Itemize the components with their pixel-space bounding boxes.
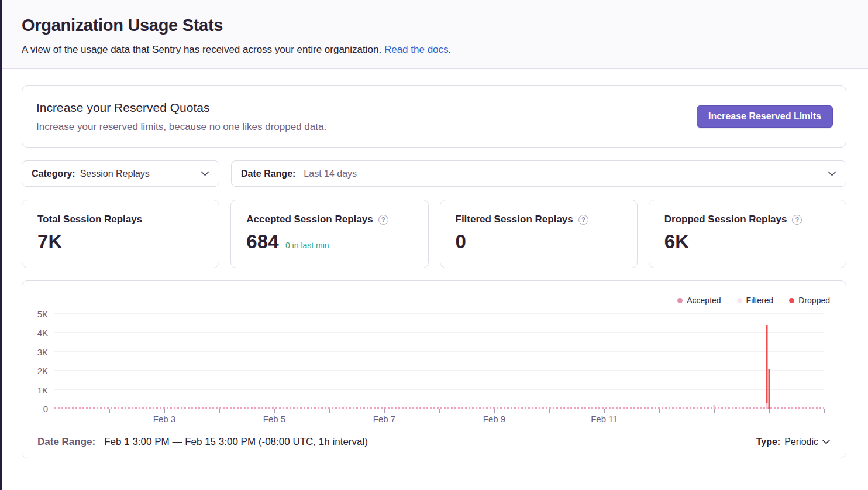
x-axis-label: Feb 3 [153, 414, 175, 424]
type-label: Type: [756, 437, 780, 447]
legend-dot-filtered [737, 298, 742, 303]
stat-card-accepted: Accepted Session Replays ? 684 0 in last… [230, 200, 428, 268]
x-axis-tick [384, 409, 385, 413]
chart-legend: Accepted Filtered Dropped [22, 281, 846, 305]
quota-description: Increase your reserved limits, because n… [36, 121, 326, 133]
footer-date-range-label: Date Range: [37, 436, 95, 448]
bar-accepted [766, 403, 768, 409]
sidebar-edge [0, 0, 2, 490]
y-axis-tick-label: 1K [37, 385, 48, 395]
bar-dropped [766, 325, 768, 403]
stat-cards-row: Total Session Replays 7K Accepted Sessio… [22, 200, 846, 268]
stat-card-total: Total Session Replays 7K [22, 200, 219, 268]
gridline [54, 389, 824, 390]
x-axis-label: Feb 11 [591, 414, 618, 424]
x-axis-label: Feb 5 [263, 414, 285, 424]
quota-banner: Increase your Reserved Quotas Increase y… [22, 85, 846, 148]
plot-area[interactable]: 01K2K3K4K5KFeb 3Feb 5Feb 7Feb 9Feb 11 [54, 314, 824, 409]
subtitle-period: . [449, 44, 452, 55]
category-select[interactable]: Category: Session Replays [22, 160, 219, 187]
legend-item-filtered[interactable]: Filtered [737, 296, 774, 305]
y-axis-tick-label: 2K [37, 366, 48, 376]
subtitle-text: A view of the usage data that Sentry has… [22, 44, 384, 55]
legend-dot-accepted [677, 298, 683, 303]
filter-row: Category: Session Replays Date Range: La… [22, 160, 846, 187]
y-axis-tick-label: 0 [43, 404, 48, 414]
gridline [54, 370, 824, 371]
x-axis-tick [219, 409, 220, 413]
x-axis-tick [824, 409, 825, 413]
legend-label: Filtered [746, 296, 774, 305]
category-label: Category: [32, 169, 75, 179]
accepted-trace-line [54, 407, 824, 409]
bar-accepted [714, 405, 715, 409]
y-axis-tick-label: 3K [37, 347, 48, 357]
legend-item-accepted[interactable]: Accepted [677, 296, 721, 305]
legend-item-dropped[interactable]: Dropped [789, 296, 830, 305]
x-axis-tick [769, 409, 770, 413]
x-axis-tick [659, 409, 660, 413]
main-content: Increase your Reserved Quotas Increase y… [0, 69, 868, 458]
chevron-down-icon [828, 171, 836, 176]
footer-date-range-value: Feb 1 3:00 PM — Feb 15 3:00 PM (-08:00 U… [104, 436, 368, 448]
page-title: Organization Usage Stats [22, 16, 846, 35]
legend-label: Dropped [798, 296, 830, 305]
x-axis-tick [274, 409, 275, 413]
help-icon[interactable]: ? [578, 215, 588, 225]
x-axis-tick [329, 409, 330, 413]
stat-rate-text: 0 in last min [285, 241, 329, 250]
stat-card-filtered: Filtered Session Replays ? 0 [440, 200, 638, 268]
date-range-label: Date Range: [241, 169, 295, 179]
type-value: Periodic [784, 437, 818, 447]
stat-title: Total Session Replays [37, 214, 142, 225]
legend-label: Accepted [687, 296, 721, 305]
help-icon[interactable]: ? [792, 215, 802, 225]
x-axis-tick [164, 409, 165, 413]
legend-dot-dropped [789, 298, 794, 303]
x-axis-tick [604, 409, 605, 413]
stat-value: 0 [456, 231, 467, 253]
stat-card-dropped: Dropped Session Replays ? 6K [649, 200, 846, 268]
usage-chart-card: Accepted Filtered Dropped 01K2K3K4K5KFeb… [22, 280, 846, 458]
quota-title: Increase your Reserved Quotas [36, 101, 326, 115]
date-range-select[interactable]: Date Range: Last 14 days [231, 160, 846, 187]
chart-footer-date-range: Date Range: Feb 1 3:00 PM — Feb 15 3:00 … [37, 436, 368, 448]
gridline [54, 313, 824, 314]
stat-title: Dropped Session Replays [664, 214, 787, 225]
page-header: Organization Usage Stats A view of the u… [0, 0, 868, 69]
x-axis-tick [439, 409, 440, 413]
usage-chart: 01K2K3K4K5KFeb 3Feb 5Feb 7Feb 9Feb 11 [22, 309, 846, 426]
chart-footer: Date Range: Feb 1 3:00 PM — Feb 15 3:00 … [22, 426, 846, 458]
increase-reserved-limits-button[interactable]: Increase Reserved Limits [697, 105, 833, 128]
x-axis-label: Feb 7 [373, 414, 395, 424]
y-axis-tick-label: 5K [37, 309, 48, 319]
stat-value: 684 [246, 231, 279, 253]
category-value: Session Replays [80, 169, 150, 179]
page-subtitle: A view of the usage data that Sentry has… [22, 44, 846, 56]
chevron-down-icon [822, 440, 830, 444]
stat-title: Accepted Session Replays [246, 214, 373, 225]
x-axis-tick [109, 409, 110, 413]
stat-value: 7K [37, 231, 63, 253]
x-axis-tick [494, 409, 495, 413]
type-select[interactable]: Type: Periodic [756, 437, 830, 447]
y-axis-tick-label: 4K [37, 328, 48, 338]
stat-title: Filtered Session Replays [456, 214, 573, 225]
date-range-value: Last 14 days [304, 169, 357, 179]
read-docs-link[interactable]: Read the docs [384, 44, 449, 55]
gridline [54, 351, 824, 352]
x-axis-label: Feb 9 [483, 414, 505, 424]
stat-value: 6K [664, 231, 690, 253]
quota-text: Increase your Reserved Quotas Increase y… [36, 101, 326, 133]
x-axis-tick [714, 409, 715, 413]
bar-dropped [768, 369, 770, 409]
help-icon[interactable]: ? [378, 215, 388, 225]
x-axis-tick [549, 409, 550, 413]
gridline [54, 332, 824, 333]
chevron-down-icon [201, 171, 209, 176]
